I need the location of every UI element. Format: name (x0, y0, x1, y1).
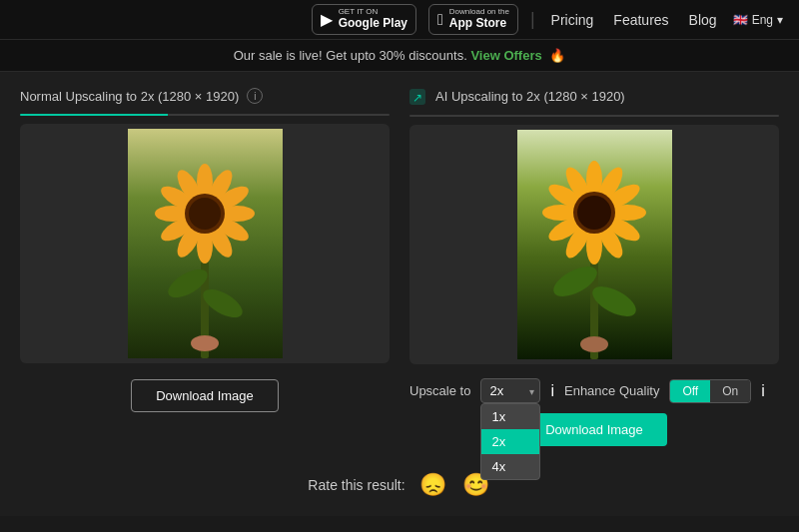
enhance-toggle-group: Off On (669, 379, 751, 403)
google-play-icon: ▶ (321, 10, 333, 29)
dropdown-option-4x[interactable]: 4x (481, 454, 539, 479)
dropdown-option-2x[interactable]: 2x (481, 429, 539, 454)
sad-rating-button[interactable]: 😞 (417, 470, 448, 500)
left-sunflower-image (128, 129, 283, 358)
svg-point-38 (577, 196, 611, 230)
upscale-select[interactable]: 1x 2x 4x (480, 378, 540, 403)
google-play-badge[interactable]: ▶ GET IT ON Google Play (312, 4, 416, 34)
fire-icon: 🔥 (549, 48, 565, 63)
enhance-on-button[interactable]: On (710, 380, 750, 402)
features-link[interactable]: Features (609, 10, 672, 30)
flag-icon: 🇬🇧 (733, 13, 748, 27)
left-panel-header: Normal Upscaling to 2x (1280 × 1920) i (20, 88, 390, 104)
enhance-info-icon[interactable]: i (761, 382, 765, 400)
app-store-top-text: Download on the (449, 8, 509, 16)
right-panel: ↗ AI Upscaling to 2x (1280 × 1920) (409, 88, 779, 446)
enhance-quality-label: Enhance Quality (564, 383, 659, 398)
upscale-dropdown-wrapper: 1x 2x 4x ▾ 1x 2x 4x (480, 378, 540, 403)
right-controls: Upscale to 1x 2x 4x ▾ 1x 2x 4x (409, 378, 779, 446)
promo-text: Our sale is live! Get upto 30% discounts… (234, 48, 467, 63)
language-selector[interactable]: 🇬🇧 Eng ▾ (733, 13, 783, 27)
view-offers-link[interactable]: View Offers 🔥 (470, 48, 565, 63)
promo-banner: Our sale is live! Get upto 30% discounts… (0, 40, 799, 72)
google-play-top-text: GET IT ON (339, 8, 407, 16)
app-store-badge[interactable]:  Download on the App Store (428, 4, 518, 34)
ai-upscale-icon: ↗ (409, 88, 427, 105)
main-content: Normal Upscaling to 2x (1280 × 1920) i (0, 72, 799, 516)
right-image-container (409, 125, 779, 364)
left-panel-title: Normal Upscaling to 2x (1280 × 1920) (20, 89, 239, 104)
right-header-line (409, 115, 779, 117)
left-download-button[interactable]: Download Image (131, 379, 279, 412)
blog-link[interactable]: Blog (685, 10, 721, 30)
right-download-button[interactable]: Download Image (521, 413, 667, 446)
left-info-icon[interactable]: i (247, 88, 263, 104)
google-play-main-text: Google Play (339, 16, 407, 30)
comparison-row: Normal Upscaling to 2x (1280 × 1920) i (20, 88, 779, 446)
svg-text:↗: ↗ (412, 91, 422, 105)
left-panel: Normal Upscaling to 2x (1280 × 1920) i (20, 88, 390, 412)
lang-text: Eng (752, 13, 773, 27)
rating-label: Rate this result: (308, 477, 404, 493)
svg-point-18 (191, 335, 219, 351)
svg-point-39 (580, 336, 608, 352)
right-panel-title: AI Upscaling to 2x (1280 × 1920) (435, 89, 625, 104)
left-header-line (20, 114, 390, 116)
top-nav: ▶ GET IT ON Google Play  Download on th… (0, 0, 799, 40)
right-panel-header: ↗ AI Upscaling to 2x (1280 × 1920) (409, 88, 779, 105)
right-sunflower-image (517, 130, 672, 359)
dropdown-option-1x[interactable]: 1x (481, 404, 539, 429)
enhance-off-button[interactable]: Off (670, 380, 710, 402)
pricing-link[interactable]: Pricing (547, 10, 598, 30)
upscale-info-icon[interactable]: i (550, 382, 554, 400)
upscale-label: Upscale to (409, 383, 470, 398)
right-controls-top: Upscale to 1x 2x 4x ▾ 1x 2x 4x (409, 378, 779, 403)
upscale-dropdown-menu: 1x 2x 4x (480, 403, 540, 480)
svg-point-17 (189, 198, 221, 230)
app-store-main-text: App Store (449, 16, 509, 30)
lang-chevron-icon: ▾ (777, 13, 783, 27)
left-image-container (20, 124, 390, 363)
rating-row: Rate this result: 😞 😊 (20, 470, 779, 500)
apple-icon:  (437, 11, 443, 29)
